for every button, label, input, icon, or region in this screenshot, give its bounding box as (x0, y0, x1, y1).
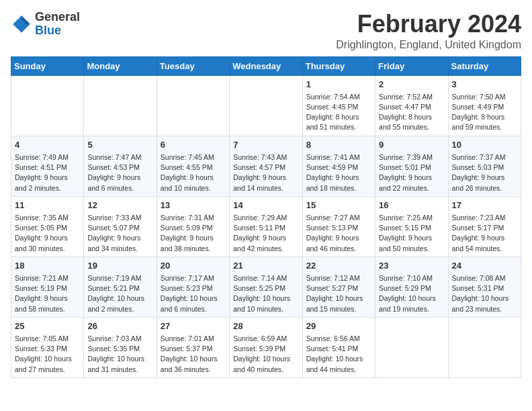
calendar-cell: 6Sunrise: 7:45 AMSunset: 4:55 PMDaylight… (157, 136, 229, 196)
calendar-cell: 23Sunrise: 7:10 AMSunset: 5:29 PMDayligh… (375, 257, 448, 317)
day-number: 23 (379, 260, 444, 272)
day-number: 29 (306, 320, 371, 332)
day-number: 4 (15, 139, 80, 151)
logo-icon (11, 13, 32, 35)
calendar-cell (230, 75, 302, 136)
page-header: General Blue February 2024 Drighlington,… (11, 11, 521, 51)
calendar-cell (157, 75, 229, 136)
calendar-cell: 22Sunrise: 7:12 AMSunset: 5:27 PMDayligh… (302, 257, 375, 317)
day-info: Sunrise: 7:29 AMSunset: 5:11 PMDaylight:… (233, 213, 298, 254)
month-title: February 2024 (336, 11, 521, 38)
calendar-header-cell: Monday (84, 56, 157, 75)
calendar-cell: 16Sunrise: 7:25 AMSunset: 5:15 PMDayligh… (375, 196, 448, 257)
day-number: 17 (452, 199, 517, 212)
calendar-cell: 14Sunrise: 7:29 AMSunset: 5:11 PMDayligh… (230, 196, 302, 257)
day-info: Sunrise: 7:45 AMSunset: 4:55 PMDaylight:… (161, 152, 226, 193)
logo-text: General Blue (35, 11, 80, 38)
calendar-cell (448, 317, 521, 377)
day-number: 13 (161, 199, 226, 212)
day-number: 11 (15, 199, 80, 212)
day-number: 26 (87, 320, 152, 332)
day-number: 5 (87, 139, 152, 151)
day-number: 22 (306, 260, 371, 272)
calendar-cell: 13Sunrise: 7:31 AMSunset: 5:09 PMDayligh… (157, 196, 229, 257)
day-info: Sunrise: 7:31 AMSunset: 5:09 PMDaylight:… (161, 213, 226, 254)
day-number: 27 (161, 320, 226, 332)
calendar-cell: 20Sunrise: 7:17 AMSunset: 5:23 PMDayligh… (157, 257, 229, 317)
calendar-table: SundayMondayTuesdayWednesdayThursdayFrid… (11, 56, 521, 378)
calendar-cell: 1Sunrise: 7:54 AMSunset: 4:45 PMDaylight… (302, 75, 375, 136)
calendar-week-row: 18Sunrise: 7:21 AMSunset: 5:19 PMDayligh… (11, 257, 521, 317)
day-info: Sunrise: 7:08 AMSunset: 5:31 PMDaylight:… (452, 273, 517, 314)
day-info: Sunrise: 7:12 AMSunset: 5:27 PMDaylight:… (306, 273, 371, 314)
calendar-cell: 19Sunrise: 7:19 AMSunset: 5:21 PMDayligh… (84, 257, 157, 317)
calendar-week-row: 11Sunrise: 7:35 AMSunset: 5:05 PMDayligh… (11, 196, 521, 257)
calendar-cell: 3Sunrise: 7:50 AMSunset: 4:49 PMDaylight… (448, 75, 521, 136)
day-info: Sunrise: 7:10 AMSunset: 5:29 PMDaylight:… (379, 273, 444, 314)
calendar-cell: 26Sunrise: 7:03 AMSunset: 5:35 PMDayligh… (84, 317, 157, 377)
calendar-header-cell: Saturday (448, 56, 521, 75)
day-info: Sunrise: 7:05 AMSunset: 5:33 PMDaylight:… (15, 334, 80, 375)
calendar-cell: 9Sunrise: 7:39 AMSunset: 5:01 PMDaylight… (375, 136, 448, 196)
calendar-cell: 4Sunrise: 7:49 AMSunset: 4:51 PMDaylight… (11, 136, 84, 196)
day-info: Sunrise: 7:39 AMSunset: 5:01 PMDaylight:… (379, 152, 444, 193)
day-number: 19 (87, 260, 152, 272)
calendar-cell: 27Sunrise: 7:01 AMSunset: 5:37 PMDayligh… (157, 317, 229, 377)
day-info: Sunrise: 7:21 AMSunset: 5:19 PMDaylight:… (15, 273, 80, 314)
day-number: 6 (161, 139, 226, 151)
calendar-cell: 28Sunrise: 6:59 AMSunset: 5:39 PMDayligh… (230, 317, 302, 377)
calendar-cell: 29Sunrise: 6:56 AMSunset: 5:41 PMDayligh… (302, 317, 375, 377)
calendar-cell: 24Sunrise: 7:08 AMSunset: 5:31 PMDayligh… (448, 257, 521, 317)
calendar-cell: 10Sunrise: 7:37 AMSunset: 5:03 PMDayligh… (448, 136, 521, 196)
day-number: 15 (306, 199, 371, 212)
day-number: 18 (15, 260, 80, 272)
location: Drighlington, England, United Kingdom (336, 39, 521, 51)
day-number: 28 (233, 320, 298, 332)
logo: General Blue (11, 11, 80, 38)
title-block: February 2024 Drighlington, England, Uni… (336, 11, 521, 51)
day-number: 8 (306, 139, 371, 151)
calendar-cell: 17Sunrise: 7:23 AMSunset: 5:17 PMDayligh… (448, 196, 521, 257)
day-info: Sunrise: 7:27 AMSunset: 5:13 PMDaylight:… (306, 213, 371, 254)
day-info: Sunrise: 7:52 AMSunset: 4:47 PMDaylight:… (379, 92, 444, 133)
day-number: 3 (452, 79, 517, 91)
day-info: Sunrise: 7:47 AMSunset: 4:53 PMDaylight:… (87, 152, 152, 193)
calendar-header-row: SundayMondayTuesdayWednesdayThursdayFrid… (11, 56, 521, 75)
day-number: 20 (161, 260, 226, 272)
day-number: 12 (87, 199, 152, 212)
day-number: 9 (379, 139, 444, 151)
day-info: Sunrise: 7:01 AMSunset: 5:37 PMDaylight:… (161, 334, 226, 375)
day-number: 10 (452, 139, 517, 151)
calendar-header-cell: Tuesday (157, 56, 229, 75)
calendar-header-cell: Wednesday (230, 56, 302, 75)
day-number: 25 (15, 320, 80, 332)
calendar-cell: 25Sunrise: 7:05 AMSunset: 5:33 PMDayligh… (11, 317, 84, 377)
day-info: Sunrise: 7:25 AMSunset: 5:15 PMDaylight:… (379, 213, 444, 254)
day-info: Sunrise: 7:33 AMSunset: 5:07 PMDaylight:… (87, 213, 152, 254)
day-info: Sunrise: 7:14 AMSunset: 5:25 PMDaylight:… (233, 273, 298, 314)
calendar-week-row: 4Sunrise: 7:49 AMSunset: 4:51 PMDaylight… (11, 136, 521, 196)
calendar-cell: 12Sunrise: 7:33 AMSunset: 5:07 PMDayligh… (84, 196, 157, 257)
day-info: Sunrise: 6:59 AMSunset: 5:39 PMDaylight:… (233, 334, 298, 375)
day-number: 21 (233, 260, 298, 272)
calendar-cell: 18Sunrise: 7:21 AMSunset: 5:19 PMDayligh… (11, 257, 84, 317)
day-number: 7 (233, 139, 298, 151)
calendar-body: 1Sunrise: 7:54 AMSunset: 4:45 PMDaylight… (11, 75, 521, 377)
day-number: 1 (306, 79, 371, 91)
calendar-cell (84, 75, 157, 136)
day-number: 14 (233, 199, 298, 212)
calendar-cell: 11Sunrise: 7:35 AMSunset: 5:05 PMDayligh… (11, 196, 84, 257)
calendar-cell: 7Sunrise: 7:43 AMSunset: 4:57 PMDaylight… (230, 136, 302, 196)
calendar-week-row: 25Sunrise: 7:05 AMSunset: 5:33 PMDayligh… (11, 317, 521, 377)
calendar-week-row: 1Sunrise: 7:54 AMSunset: 4:45 PMDaylight… (11, 75, 521, 136)
day-info: Sunrise: 7:03 AMSunset: 5:35 PMDaylight:… (87, 334, 152, 375)
day-info: Sunrise: 7:23 AMSunset: 5:17 PMDaylight:… (452, 213, 517, 254)
day-number: 16 (379, 199, 444, 212)
day-info: Sunrise: 7:49 AMSunset: 4:51 PMDaylight:… (15, 152, 80, 193)
day-info: Sunrise: 7:50 AMSunset: 4:49 PMDaylight:… (452, 92, 517, 133)
day-info: Sunrise: 7:41 AMSunset: 4:59 PMDaylight:… (306, 152, 371, 193)
calendar-cell: 15Sunrise: 7:27 AMSunset: 5:13 PMDayligh… (302, 196, 375, 257)
calendar-cell (11, 75, 84, 136)
day-info: Sunrise: 7:17 AMSunset: 5:23 PMDaylight:… (161, 273, 226, 314)
day-info: Sunrise: 7:54 AMSunset: 4:45 PMDaylight:… (306, 92, 371, 133)
